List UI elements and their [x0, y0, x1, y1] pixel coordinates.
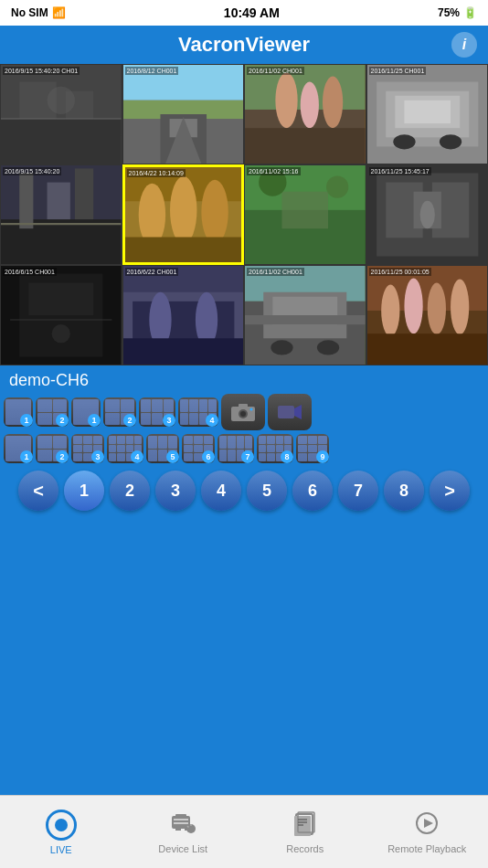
page-btn-4[interactable]: 4	[201, 471, 241, 511]
badge-r2-9: 9	[316, 450, 329, 463]
grid-btn-r2-3[interactable]: 3	[71, 434, 104, 463]
camera-label-4: 2016/11/25 CH001	[369, 67, 427, 75]
battery-icon: 🔋	[463, 6, 477, 19]
page-btn-7[interactable]: 7	[338, 471, 378, 511]
badge-r2-1: 1	[20, 450, 33, 463]
device-list-icon	[168, 810, 197, 840]
camera-cell-9[interactable]: 2016/6/15 CH001	[0, 265, 122, 365]
info-button[interactable]: i	[451, 32, 477, 58]
camera-label-2: 2016/8/12 CH001	[125, 67, 179, 75]
app-title: VacronViewer	[0, 33, 488, 57]
grid-btn-1x1-b[interactable]: 1	[71, 397, 101, 427]
grid-btn-r2-9[interactable]: 9	[296, 434, 329, 463]
badge-1: 1	[20, 414, 33, 427]
svg-rect-36	[125, 238, 242, 262]
grid-btn-r2-4[interactable]: 4	[107, 434, 143, 463]
svg-point-66	[317, 340, 339, 355]
camera-label-6: 2016/4/22 10:14:09	[127, 169, 186, 177]
camera-cell-1[interactable]: 2016/9/15 15:40:20 CH01	[0, 64, 122, 164]
camera-label-8: 2016/11/25 15:45:17	[369, 167, 431, 175]
badge-r2-6: 6	[202, 450, 215, 463]
page-btn-6[interactable]: 6	[292, 471, 333, 511]
badge-r2-2: 2	[56, 450, 69, 463]
camera-label-10: 2016/6/22 CH001	[125, 268, 179, 276]
page-btn-3[interactable]: 3	[155, 471, 196, 511]
svg-rect-78	[239, 404, 248, 408]
svg-rect-80	[278, 406, 294, 418]
wifi-icon: 📶	[52, 6, 66, 19]
page-btn-8[interactable]: 8	[384, 471, 424, 511]
camera-label-7: 2016/11/02 15:16	[247, 167, 301, 175]
camera-cell-4[interactable]: 2016/11/25 CH001	[366, 64, 489, 164]
svg-rect-26	[1, 219, 122, 264]
tab-records-label: Records	[286, 843, 324, 854]
grid-btn-r2-7[interactable]: 7	[217, 434, 254, 463]
channel-name: demo-CH6	[0, 365, 488, 392]
camera-cell-10[interactable]: 2016/6/22 CH001	[122, 265, 245, 365]
svg-rect-40	[281, 192, 328, 228]
page-btn-2[interactable]: 2	[110, 471, 150, 511]
svg-rect-84	[174, 819, 188, 820]
tab-records[interactable]: Records	[244, 803, 366, 862]
svg-rect-86	[175, 829, 181, 831]
live-icon	[46, 810, 77, 841]
badge-6: 4	[206, 414, 218, 427]
grid-btn-r2-6[interactable]: 6	[182, 434, 215, 463]
tab-bar: LIVE Device List	[0, 795, 488, 868]
camera-cell-12[interactable]: 2016/11/25 00:01:05	[366, 265, 489, 365]
svg-point-79	[250, 408, 253, 411]
camera-cell-8[interactable]: 2016/11/25 15:45:17	[366, 164, 489, 265]
camera-cell-2[interactable]: 2016/8/12 CH001	[122, 64, 245, 164]
tab-remote-playback-label: Remote Playback	[387, 843, 466, 854]
camera-cell-5[interactable]: 2016/9/15 15:40:20	[0, 164, 122, 265]
svg-point-33	[138, 184, 164, 247]
grid-btn-r2-1[interactable]: 1	[4, 434, 33, 463]
page-btn-5[interactable]: 5	[247, 471, 287, 511]
tab-device-list[interactable]: Device List	[122, 803, 245, 862]
record-btn[interactable]	[268, 394, 312, 430]
carrier-label: No SIM	[11, 6, 48, 19]
svg-rect-29	[48, 183, 70, 219]
camera-cell-7[interactable]: 2016/11/02 15:16	[244, 164, 366, 265]
grid-btn-4x4-a[interactable]: 4	[178, 397, 218, 427]
badge-r2-5: 5	[166, 450, 179, 463]
svg-point-14	[275, 72, 297, 128]
tab-live-label: LIVE	[50, 844, 72, 855]
tab-live[interactable]: LIVE	[0, 802, 122, 863]
svg-rect-28	[75, 168, 93, 219]
next-page-btn[interactable]: >	[430, 471, 470, 511]
camera-label-5: 2016/9/15 15:40:20	[3, 167, 61, 175]
camera-grid: 2016/9/15 15:40:20 CH01 2016/8/12 CH001 …	[0, 64, 488, 365]
svg-marker-98	[424, 819, 433, 828]
svg-rect-27	[19, 173, 33, 228]
records-icon	[291, 810, 320, 840]
snapshot-btn[interactable]	[221, 394, 265, 430]
svg-point-23	[393, 134, 415, 149]
camera-cell-6[interactable]: 2016/4/22 10:14:09	[122, 164, 245, 265]
prev-page-btn[interactable]: <	[18, 471, 58, 511]
tab-remote-playback[interactable]: Remote Playback	[366, 803, 489, 862]
page-btn-1[interactable]: 1	[64, 471, 104, 511]
svg-point-72	[427, 283, 445, 335]
badge-r2-7: 7	[241, 450, 254, 463]
badge-r2-4: 4	[131, 450, 143, 463]
grid-btn-3x3-a[interactable]: 3	[139, 397, 175, 427]
badge-2: 2	[56, 414, 69, 427]
grid-btn-r2-5[interactable]: 5	[146, 434, 179, 463]
status-left: No SIM 📶	[11, 6, 66, 19]
svg-rect-67	[245, 315, 366, 324]
grid-btn-r2-8[interactable]: 8	[257, 434, 293, 463]
svg-point-5	[48, 87, 75, 114]
svg-line-90	[187, 826, 189, 828]
grid-btn-2x2-b[interactable]: 2	[103, 397, 136, 427]
svg-point-16	[323, 77, 343, 129]
svg-point-77	[240, 411, 246, 417]
svg-point-34	[170, 176, 196, 245]
camera-cell-11[interactable]: 2016/11/02 CH001	[244, 265, 366, 365]
camera-cell-3[interactable]: 2016/11/02 CH001	[244, 64, 366, 164]
svg-rect-83	[175, 814, 186, 817]
grid-btn-1x1-a[interactable]: 1	[4, 397, 33, 427]
battery-label: 75%	[438, 6, 460, 19]
grid-btn-2x2-a[interactable]: 2	[36, 397, 69, 427]
grid-btn-r2-2[interactable]: 2	[36, 434, 69, 463]
